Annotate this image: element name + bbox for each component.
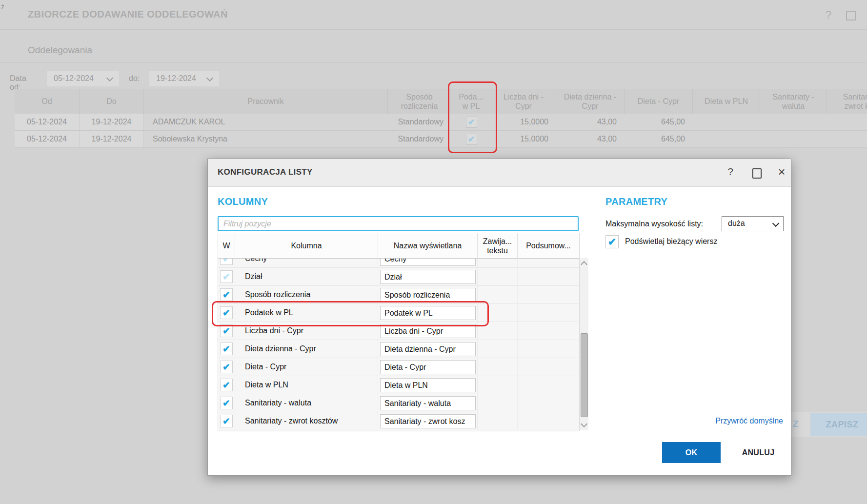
- summary-cell[interactable]: [518, 268, 579, 285]
- bg-col-header-san_waluta[interactable]: Sanitariaty - waluta: [760, 89, 827, 114]
- bg-col-header-san_zwrot[interactable]: Sanitariaty - zwrot koszt: [827, 89, 867, 114]
- display-name-input[interactable]: Dieta w PLN: [380, 378, 476, 392]
- help-icon[interactable]: ?: [823, 9, 834, 22]
- wrap-text-cell[interactable]: [478, 358, 518, 376]
- dialog-titlebar: KONFIGURACJA LISTY ? ×: [208, 159, 791, 187]
- cell-san_zwrot: [827, 114, 867, 130]
- wrap-text-cell[interactable]: [478, 268, 518, 285]
- summary-cell[interactable]: [518, 412, 579, 430]
- column-checkbox[interactable]: ✔: [220, 343, 233, 355]
- cell-sposob: Standardowy: [388, 114, 451, 130]
- column-config-row[interactable]: ✔ Dział Dział: [218, 268, 579, 286]
- ok-button[interactable]: OK: [662, 442, 721, 463]
- highlight-podatek-row: [212, 301, 489, 326]
- display-name-input[interactable]: Dział: [380, 270, 476, 284]
- wrap-text-cell[interactable]: [478, 376, 518, 394]
- bg-col-header-liczba_dni[interactable]: Liczba dni - Cypr: [491, 89, 556, 114]
- cell-od: 05-12-2024: [15, 131, 80, 147]
- restore-defaults-link[interactable]: Przywróć domyślne: [715, 417, 783, 425]
- bg-col-header-pracownik[interactable]: Pracownik: [144, 89, 388, 114]
- column-checkbox[interactable]: ✔: [220, 379, 233, 391]
- wrap-text-cell[interactable]: [478, 340, 518, 358]
- column-config-row[interactable]: ✔ Dieta - Cypr Dieta - Cypr: [218, 358, 579, 376]
- date-to-input[interactable]: 19-12-2024: [149, 71, 219, 86]
- column-config-row[interactable]: ✔ Sanitariaty - zwrot kosztów Sanitariat…: [218, 412, 579, 430]
- display-name-input[interactable]: Dieta dzienna - Cypr: [380, 342, 476, 356]
- date-to-value: 19-12-2024: [156, 74, 196, 83]
- header-nazwa-wyswietlana[interactable]: Nazwa wyświetlana: [378, 233, 478, 259]
- column-config-row[interactable]: ✔ Cechy Cechy: [218, 259, 579, 268]
- bg-col-header-od[interactable]: Od: [15, 89, 80, 114]
- highlight-current-row-checkbox[interactable]: ✔: [605, 235, 619, 248]
- check-icon: ✔: [222, 290, 230, 300]
- column-name: Dieta - Cypr: [235, 358, 378, 376]
- display-name-input[interactable]: Sposób rozliczenia: [380, 288, 476, 302]
- divider: [0, 62, 867, 63]
- wrap-text-cell[interactable]: [478, 394, 518, 412]
- column-checkbox[interactable]: ✔: [220, 259, 233, 265]
- header-w[interactable]: W: [218, 233, 235, 259]
- column-config-row[interactable]: ✔ Dieta w PLN Dieta w PLN: [218, 376, 579, 394]
- scroll-down-icon[interactable]: [581, 421, 587, 427]
- header-podsumowanie[interactable]: Podsumow...: [518, 233, 579, 259]
- table-row[interactable]: 05-12-202419-12-2024ADAMCZUK KAROLStanda…: [15, 114, 867, 131]
- wrap-text-cell[interactable]: [478, 259, 518, 267]
- dialog-help-icon[interactable]: ?: [725, 166, 736, 178]
- scrollbar[interactable]: [580, 258, 588, 430]
- scroll-up-icon[interactable]: [581, 261, 587, 268]
- column-checkbox[interactable]: ✔: [220, 288, 233, 301]
- summary-cell[interactable]: [518, 376, 579, 394]
- chevron-down-icon: [206, 75, 213, 81]
- bg-col-header-do[interactable]: Do: [80, 89, 144, 114]
- header-zawijaj-tekstu[interactable]: Zawija... tekstu: [478, 233, 518, 259]
- summary-cell[interactable]: [518, 322, 579, 340]
- max-height-select[interactable]: duża: [722, 216, 784, 231]
- hidden-button-partial: Z: [793, 419, 799, 429]
- check-icon: ✔: [222, 344, 230, 354]
- column-checkbox[interactable]: ✔: [220, 270, 233, 283]
- chevron-down-icon: [106, 75, 113, 81]
- summary-cell[interactable]: [518, 358, 579, 376]
- dialog-close-icon[interactable]: ×: [775, 164, 788, 180]
- bg-col-header-sposob[interactable]: Sposób rozliczenia: [388, 89, 451, 114]
- cell-dieta_pln: [693, 131, 760, 147]
- summary-cell[interactable]: [518, 259, 579, 267]
- display-name-input[interactable]: Cechy: [380, 259, 476, 266]
- check-icon: ✔: [222, 326, 230, 336]
- column-config-row[interactable]: ✔ Dieta dzienna - Cypr Dieta dzienna - C…: [218, 340, 579, 358]
- zapisz-button[interactable]: ZAPISZ: [810, 413, 867, 436]
- bg-col-header-dieta_dzienna[interactable]: Dieta dzienna - Cypr: [556, 89, 625, 114]
- maximize-icon[interactable]: [846, 11, 856, 20]
- header-kolumna[interactable]: Kolumna: [235, 233, 378, 259]
- column-checkbox[interactable]: ✔: [220, 415, 233, 427]
- wrap-text-cell[interactable]: [478, 412, 518, 430]
- summary-cell[interactable]: [518, 286, 579, 303]
- filter-input[interactable]: [218, 216, 579, 231]
- column-name: Dieta dzienna - Cypr: [235, 340, 378, 358]
- cell-pracownik: ADAMCZUK KAROL: [144, 114, 388, 130]
- screen: ż ZBIORCZE DODAWANIE ODDELEGOWAŃ ? Oddel…: [0, 0, 867, 504]
- summary-cell[interactable]: [518, 394, 579, 412]
- section-title: Oddelegowania: [28, 45, 92, 56]
- scrollbar-thumb[interactable]: [581, 333, 588, 417]
- column-config-row[interactable]: ✔ Sanitariaty - waluta Sanitariaty - wal…: [218, 394, 579, 412]
- date-from-input[interactable]: 05-12-2024: [47, 71, 119, 86]
- table-row[interactable]: 05-12-202419-12-2024Sobolewska KrystynaS…: [15, 131, 867, 148]
- column-checkbox[interactable]: ✔: [220, 361, 233, 373]
- cell-san_waluta: [760, 114, 827, 130]
- bg-col-header-dieta_cypr[interactable]: Dieta - Cypr: [625, 89, 693, 114]
- check-icon: ✔: [222, 363, 230, 372]
- anuluj-button[interactable]: ANULUJ: [729, 442, 787, 463]
- summary-cell[interactable]: [518, 340, 579, 358]
- cell-dieta_dzienna: 43,00: [556, 131, 625, 147]
- check-icon: ✔: [222, 259, 230, 263]
- summary-cell[interactable]: [518, 304, 579, 322]
- cell-san_zwrot: [827, 131, 867, 147]
- display-name-input[interactable]: Dieta - Cypr: [380, 360, 476, 374]
- column-checkbox[interactable]: ✔: [220, 397, 233, 409]
- dialog-maximize-icon[interactable]: [752, 168, 762, 179]
- display-name-input[interactable]: Sanitariaty - waluta: [380, 396, 476, 410]
- cell-od: 05-12-2024: [15, 114, 80, 130]
- bg-col-header-dieta_pln[interactable]: Dieta w PLN: [693, 89, 760, 114]
- display-name-input[interactable]: Sanitariaty - zwrot kosz: [380, 414, 476, 428]
